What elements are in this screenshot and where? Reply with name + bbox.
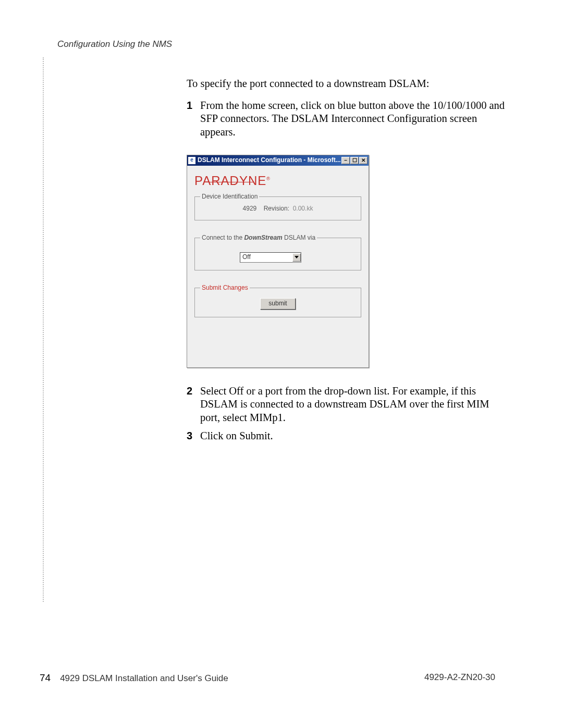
app-window: e DSLAM Interconnect Configuration - Mic… (187, 155, 369, 368)
window-title: DSLAM Interconnect Configuration - Micro… (198, 156, 341, 164)
device-id-legend: Device Identification (200, 193, 259, 201)
dropdown-button[interactable] (292, 253, 301, 262)
footer-doc-title: 4929 DSLAM Installation and User's Guide (60, 673, 228, 684)
revision-value: 0.00.kk (291, 205, 313, 212)
legend-pre: Connect to the (202, 234, 244, 241)
step-text: Select Off or a port from the drop-down … (200, 385, 510, 425)
footer-doc-code: 4929-A2-ZN20-30 (424, 672, 495, 684)
device-id-row: 4929 Revision: 0.00.kk (200, 205, 356, 213)
downstream-legend: Connect to the DownStream DSLAM via (200, 234, 317, 242)
brand-logo: PARADYNE® (194, 173, 361, 189)
device-id-value: 4929 (243, 205, 257, 212)
embedded-screenshot: e DSLAM Interconnect Configuration - Mic… (187, 155, 510, 368)
step-number: 1 (187, 99, 200, 139)
app-icon: e (188, 157, 195, 164)
brand-registered: ® (266, 176, 271, 181)
legend-post: DSLAM via (283, 234, 315, 241)
downstream-port-select[interactable]: Off (240, 252, 301, 263)
revision-label: Revision: (264, 205, 289, 212)
step-1: 1 From the home screen, click on blue bu… (187, 99, 510, 139)
step-text: Click on Submit. (200, 429, 510, 443)
page-number: 74 (40, 672, 51, 684)
maximize-button[interactable]: ☐ (350, 157, 359, 164)
page-footer: 74 4929 DSLAM Installation and User's Gu… (0, 672, 563, 684)
titlebar: e DSLAM Interconnect Configuration - Mic… (187, 155, 369, 166)
chevron-down-icon (295, 256, 299, 258)
intro-text: To specify the port connected to a downs… (187, 77, 510, 91)
select-wrap: Off (200, 246, 356, 263)
brand-text: PARADYNE (194, 174, 266, 188)
legend-em: DownStream (244, 234, 282, 241)
downstream-connect-group: Connect to the DownStream DSLAM via Off (194, 234, 361, 270)
step-2: 2 Select Off or a port from the drop-dow… (187, 385, 510, 425)
submit-changes-group: Submit Changes submit (194, 284, 361, 317)
window-controls: – ☐ ✕ (341, 157, 368, 164)
submit-button[interactable]: submit (260, 298, 296, 310)
footer-left: 74 4929 DSLAM Installation and User's Gu… (40, 672, 228, 684)
main-content: To specify the port connected to a downs… (187, 77, 510, 448)
margin-rule (43, 57, 44, 602)
minimize-button[interactable]: – (341, 157, 350, 164)
select-value: Off (242, 253, 251, 261)
submit-wrap: submit (200, 296, 356, 310)
window-body: PARADYNE® Device Identification 4929 Rev… (187, 166, 369, 367)
step-number: 3 (187, 429, 200, 443)
step-3: 3 Click on Submit. (187, 429, 510, 443)
brand-strike-icon (205, 182, 253, 182)
running-header: Configuration Using the NMS (57, 39, 172, 50)
device-identification-group: Device Identification 4929 Revision: 0.0… (194, 193, 361, 220)
submit-legend: Submit Changes (200, 284, 250, 292)
step-number: 2 (187, 385, 200, 425)
lower-steps: 2 Select Off or a port from the drop-dow… (187, 385, 510, 443)
close-button[interactable]: ✕ (359, 157, 368, 164)
step-text: From the home screen, click on blue butt… (200, 99, 510, 139)
